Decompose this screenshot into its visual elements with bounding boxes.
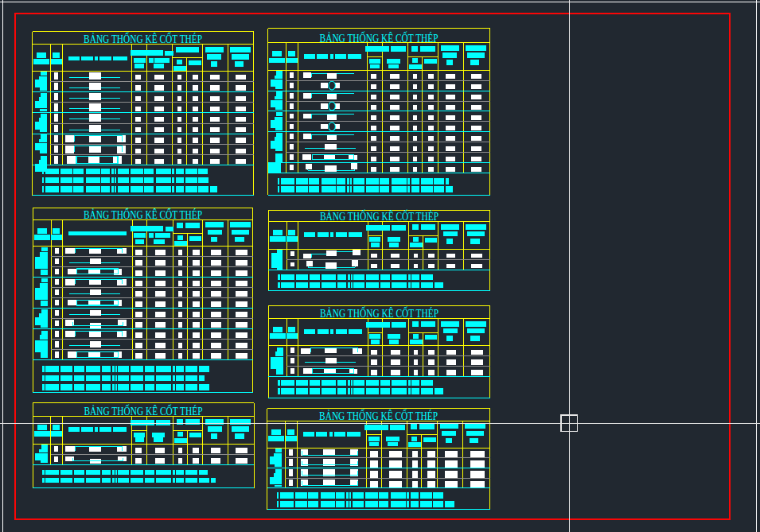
svg-text:BẢNG THỐNG KÊ CỐT THÉP: BẢNG THỐNG KÊ CỐT THÉP xyxy=(320,31,438,45)
svg-text:BẢNG THỐNG KÊ CỐT THÉP: BẢNG THỐNG KÊ CỐT THÉP xyxy=(84,32,202,45)
svg-text:BẢNG THỐNG KÊ CỐT THÉP: BẢNG THỐNG KÊ CỐT THÉP xyxy=(84,404,203,417)
svg-text:BẢNG THỐNG KÊ CỐT THÉP: BẢNG THỐNG KÊ CỐT THÉP xyxy=(320,209,438,223)
svg-text:BẢNG THỐNG KÊ CỐT THÉP: BẢNG THỐNG KÊ CỐT THÉP xyxy=(319,409,438,422)
svg-text:BẢNG THỐNG KÊ CỐT THÉP: BẢNG THỐNG KÊ CỐT THÉP xyxy=(84,208,202,221)
svg-text:BẢNG THỐNG KÊ CỐT THÉP: BẢNG THỐNG KÊ CỐT THÉP xyxy=(320,306,438,320)
